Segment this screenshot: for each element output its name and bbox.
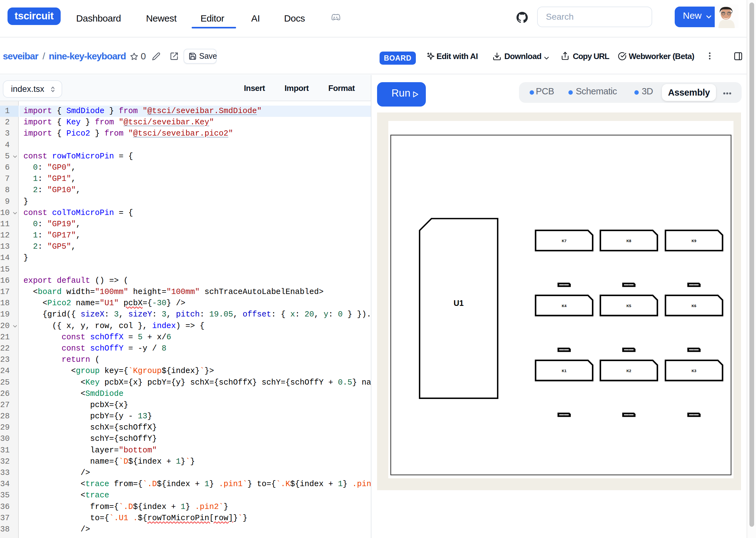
svg-text:K2: K2: [626, 368, 631, 372]
svg-text:K9: K9: [692, 239, 697, 242]
svg-text:K4: K4: [561, 303, 566, 307]
svg-text:K5: K5: [626, 303, 631, 307]
svg-text:U1: U1: [453, 299, 463, 307]
svg-text:K1: K1: [561, 368, 566, 372]
svg-text:K7: K7: [561, 239, 566, 242]
svg-text:K3: K3: [692, 368, 697, 372]
svg-text:K6: K6: [692, 303, 697, 307]
svg-text:K8: K8: [626, 239, 631, 242]
